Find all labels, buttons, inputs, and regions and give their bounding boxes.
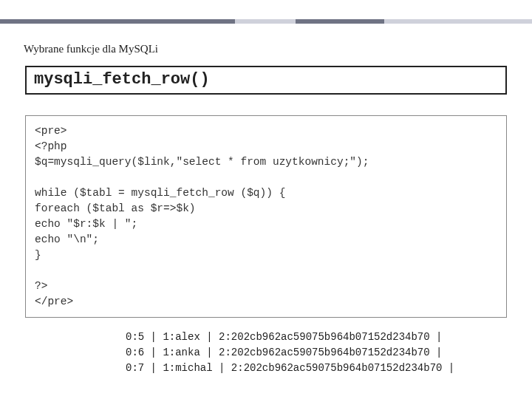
decorative-rule	[0, 19, 532, 24]
code-line: ?>	[35, 280, 47, 292]
function-title: mysqli_fetch_row()	[34, 70, 210, 89]
slide-body: Wybrane funkcje dla MySQLi mysqli_fetch_…	[0, 0, 532, 376]
code-line: foreach ($tabl as $r=>$k)	[35, 202, 196, 214]
code-line: }	[35, 249, 41, 261]
code-listing: <pre> <?php $q=mysqli_query($link,"selec…	[25, 115, 507, 318]
code-line: while ($tabl = mysqli_fetch_row ($q)) {	[35, 187, 285, 199]
output-line: 0:5 | 1:alex | 2:202cb962ac59075b964b071…	[126, 331, 442, 343]
output-line: 0:7 | 1:michal | 2:202cb962ac59075b964b0…	[126, 362, 454, 374]
code-line: <?php	[35, 140, 67, 152]
code-line: </pre>	[35, 296, 73, 307]
code-line: <pre>	[35, 125, 67, 137]
output-block: 0:5 | 1:alex | 2:202cb962ac59075b964b071…	[126, 330, 510, 376]
function-title-box: mysqli_fetch_row()	[25, 66, 507, 95]
output-line: 0:6 | 1:anka | 2:202cb962ac59075b964b071…	[126, 347, 442, 358]
section-subtitle: Wybrane funkcje dla MySQLi	[24, 43, 510, 55]
code-line: echo "\n";	[35, 233, 99, 245]
code-line: echo "$r:$k | ";	[35, 218, 137, 230]
code-line: $q=mysqli_query($link,"select * from uzy…	[35, 156, 369, 168]
